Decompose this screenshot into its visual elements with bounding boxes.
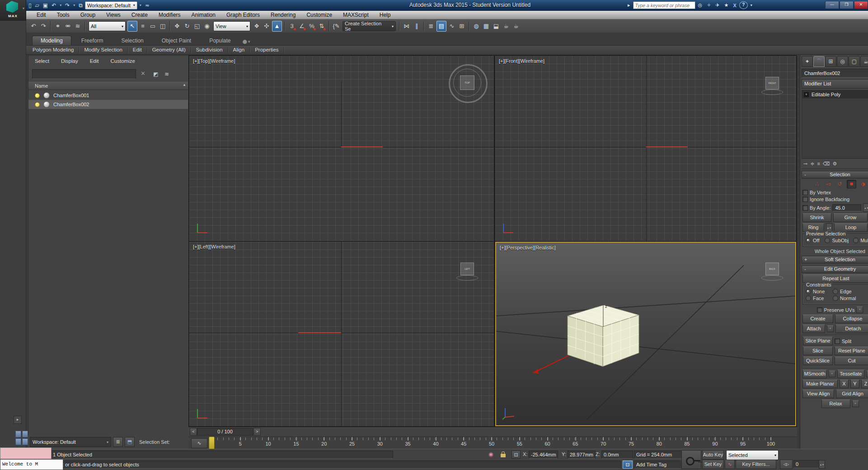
undo-arrow-icon[interactable]: ▾ [58,1,63,9]
viewcube[interactable]: TOP [460,75,474,90]
unlink-selection-icon[interactable]: ⚮ [63,21,72,31]
key-mode-dropdown[interactable]: Selected ▾ [726,450,779,460]
angle-snap-icon[interactable]: ∠ [297,21,306,31]
current-frame-field[interactable]: 0 [793,460,821,468]
search-history-icon[interactable]: ▸ [626,2,632,8]
menu-tools[interactable]: Tools [52,12,75,18]
menu-group[interactable]: Group [75,12,101,18]
isolate-selection-icon[interactable]: ⊡ [623,461,633,469]
named-selection-set-dropdown[interactable]: Create Selection Se▾ [343,21,396,31]
auto-key-button[interactable]: Auto Key [702,450,724,460]
tab-create[interactable]: ✦ [802,56,813,67]
ribbon-panel-edit[interactable]: Edit [128,47,147,53]
grid-align-button[interactable]: Grid Align [836,390,868,398]
maximize-button[interactable]: ❐ [840,1,854,9]
viewport-label[interactable]: [+][Top][Wireframe] [193,58,235,64]
menu-customize[interactable]: Customize [301,12,338,18]
layer-stack-icon[interactable]: ≣ [113,437,123,447]
exchange-icon[interactable]: X [731,3,738,8]
spinner-snap-icon[interactable]: ⇅ [317,21,326,31]
viewport-top[interactable]: TOP [+][Top][Wireframe] [189,56,494,241]
schematic-view-icon[interactable]: ⊞ [457,21,466,31]
viewport-front[interactable]: FRONT [+][Front][Wireframe] [495,56,796,241]
menu-display[interactable]: Display [61,58,78,64]
menu-animation[interactable]: Animation [186,12,221,18]
expand-icon[interactable]: + [804,92,809,97]
split-checkbox[interactable] [835,338,840,344]
help-chevron-icon[interactable]: ▾ [749,3,754,7]
modifier-stack[interactable]: + Editable Poly [802,90,868,159]
viewcube[interactable]: LEFT [460,263,474,275]
minimize-button[interactable]: — [825,1,839,9]
polygon-icon[interactable]: ■ [847,180,856,188]
scene-explorer-toggle-icon[interactable]: ▤ [436,21,446,32]
constraint-none-radio[interactable] [806,289,811,294]
track-bar[interactable]: ∿ 05101520253035404550556065707580859095… [188,437,797,450]
frame-counter[interactable]: 0 / 100 [197,428,253,436]
list-item[interactable]: ChamferBox001 [28,91,188,100]
use-pivot-point-center-icon[interactable]: ❖ [252,21,261,31]
select-and-scale-icon[interactable]: ◱ [192,21,202,31]
relax-settings-icon[interactable]: ▫ [852,400,859,407]
msmooth-button[interactable]: MSmooth [802,370,827,378]
key-filters-button[interactable]: Key Filters... [736,460,776,469]
ribbon-minimize-icon[interactable]: ⬤ ▾ [241,38,252,45]
preview-subobj-radio[interactable] [825,238,830,243]
configure-modifier-sets-icon[interactable]: ⚙ [832,161,837,167]
menu-graph-editors[interactable]: Graph Editors [221,12,265,18]
planar-x-button[interactable]: X [840,380,849,388]
ribbon-tab-freeform[interactable]: Freeform [73,36,112,45]
select-by-name-icon[interactable]: ≡ [138,21,147,31]
ribbon-panel-subdivision[interactable]: Subdivision [191,47,228,53]
create-button[interactable]: Create [802,315,833,323]
select-and-place-icon[interactable]: ◉ [202,21,211,31]
project-folder-icon[interactable]: ⧉ [77,1,84,9]
collapse-button[interactable]: Collapse [835,315,868,323]
rectangular-selection-region-icon[interactable]: ▭ [148,21,157,31]
scene-explorer-icon[interactable]: ⬒ [125,437,135,447]
x-axis-gizmo[interactable] [341,146,383,147]
attach-settings-icon[interactable]: ▫ [827,325,834,332]
align-icon[interactable]: ∥ [412,21,421,31]
redo-icon[interactable]: ↷ [39,21,48,31]
set-keys-big-button[interactable] [681,450,701,469]
previous-frame-button[interactable]: < [190,428,197,436]
layer-manager-icon[interactable]: ≣ [427,21,436,31]
toolbar-overflow-icon[interactable]: ≂ [144,1,151,9]
x-axis-gizmo[interactable] [298,332,341,333]
tab-motion[interactable]: ◎ [837,56,848,67]
display-layers-icon[interactable]: ≋ [162,70,171,79]
border-icon[interactable]: ↺ [835,180,844,188]
select-and-link-icon[interactable]: ⚭ [53,21,62,31]
undo-icon[interactable]: ↶ [50,1,57,9]
select-display-icon[interactable]: ◩ [151,70,160,79]
infocenter-search-icon[interactable]: ◎ [696,2,704,8]
name-column-header[interactable]: Name [28,82,188,90]
menu-select[interactable]: Select [35,58,49,64]
ribbon-panel-modify-selection[interactable]: Modify Selection [79,47,127,53]
window-crossing-icon[interactable]: ◫ [158,21,167,31]
absolute-mode-icon[interactable]: ⊡ [511,451,521,459]
time-slider[interactable] [209,437,215,449]
selection-lock-icon[interactable] [501,454,506,457]
by-vertex-checkbox[interactable] [802,190,808,195]
planar-z-button[interactable]: Z [861,380,868,388]
y-coordinate-field[interactable]: 28.977mm [568,451,596,459]
ribbon-tab-modeling[interactable]: Modeling [32,36,71,45]
slice-plane-button[interactable]: Slice Plane [803,337,833,345]
key-step-icon[interactable]: ◁▷ [780,460,793,469]
tab-modify[interactable]: ⌒ [813,56,825,67]
ribbon-panel-geometry-all[interactable]: Geometry (All) [147,47,191,53]
mini-curve-editor-icon[interactable]: ∿ [191,438,207,448]
select-and-manipulate-icon[interactable]: ✣ [262,21,271,31]
maxscript-macro-recorder[interactable] [0,447,52,459]
remove-modifier-icon[interactable]: ⌫ [823,161,830,167]
curve-editor-icon[interactable]: ∿ [447,21,456,31]
constraint-face-radio[interactable] [806,296,811,301]
tab-display[interactable]: ▢ [849,56,860,67]
by-angle-checkbox[interactable] [802,205,808,211]
rendered-frame-window-icon[interactable]: ⬓ [492,21,501,31]
reset-plane-button[interactable]: Reset Plane [835,347,868,355]
toolbar-options-icon[interactable]: ▾ [138,1,143,9]
new-file-icon[interactable]: ▯ [27,1,33,9]
